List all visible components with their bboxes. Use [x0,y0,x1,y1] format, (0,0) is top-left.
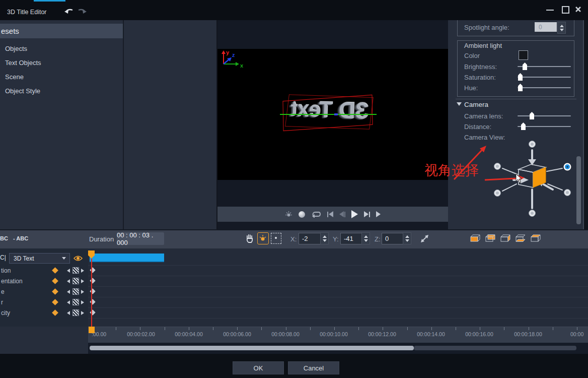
keyframe-enable-diamond[interactable] [52,309,58,316]
sphere-preview-icon[interactable] [299,211,305,218]
keyframe-enable-diamond[interactable] [52,267,58,274]
keyframe-interp-icon[interactable] [72,299,79,305]
timeline-scroll-strip [88,343,588,354]
3d-title-editor-window: 3D Title Editor esets Objects Text Objec… [0,0,588,378]
step-back-icon[interactable] [339,211,345,217]
hue-label: Hue: [464,84,478,92]
surface-side-icon[interactable] [500,234,512,243]
next-keyframe-icon[interactable] [81,290,84,294]
spotlight-angle-input[interactable]: 0 [535,22,557,32]
view-radio-bottom-right[interactable] [564,190,571,196]
close-button[interactable] [575,6,581,13]
play-button[interactable] [351,210,358,218]
ruler-label: 00:00:08.00 [271,331,299,337]
skip-end-icon[interactable] [376,211,381,217]
surface-back-icon[interactable] [485,234,497,243]
timeline-hscrollbar-thumb[interactable] [90,346,414,350]
y-input[interactable]: -41 [340,233,362,244]
z-label: Z: [375,235,381,243]
next-keyframe-icon[interactable] [81,311,84,315]
maximize-button[interactable] [562,6,569,14]
keyframe-interp-icon[interactable] [72,288,79,295]
camera-section-title[interactable]: Camera [464,101,488,108]
skip-start-icon[interactable] [327,211,333,217]
next-keyframe-icon[interactable] [81,300,84,304]
camera-view-widget[interactable] [482,134,588,221]
surface-top-icon[interactable] [530,234,542,243]
light-toggle-icon[interactable] [285,211,292,218]
sidebar-item-object-style[interactable]: Object Style [5,87,40,95]
ambient-color-swatch[interactable] [519,50,528,60]
view-radio-bottom-left[interactable] [494,190,501,197]
camera-lens-slider[interactable] [518,112,571,120]
distance-slider[interactable] [518,122,571,131]
playhead-ruler-marker[interactable] [89,327,95,333]
prev-keyframe-icon[interactable] [67,279,70,283]
y-stepper[interactable] [361,232,370,244]
next-keyframe-icon[interactable] [81,269,84,273]
camera-section-divider [456,99,576,99]
ruler-label: 00:00:12.00 [368,331,396,337]
view-radio-top[interactable] [529,141,536,148]
timeline-hscrollbar-track[interactable] [414,346,576,350]
keyframe-interp-icon[interactable] [72,309,79,316]
view-radio-bottom[interactable] [529,210,536,217]
hand-tool-icon[interactable] [245,233,254,243]
timeline-ruler[interactable]: :00.00 00:00:02.00 00:00:04.00 00:00:06.… [88,327,588,343]
light-tool-selected[interactable] [257,232,269,244]
add-text-button[interactable]: BC [0,235,8,241]
x-stepper[interactable] [320,232,329,244]
step-forward-icon[interactable] [364,211,370,217]
marquee-tool-icon[interactable] [271,233,281,244]
z-input[interactable]: 0 [382,233,404,244]
saturation-slider[interactable] [518,73,571,81]
layer-dropdown[interactable]: 3D Text [9,253,70,264]
visibility-eye-icon[interactable] [73,255,83,262]
sidebar-item-objects[interactable]: Objects [5,45,27,52]
track-row-color[interactable]: r [0,297,88,307]
spotlight-angle-stepper[interactable] [557,22,566,34]
ruler-label: 00:00:10.00 [320,331,347,337]
remove-text-button[interactable]: - ABC [13,235,28,241]
track-row-scale[interactable]: e [0,286,88,297]
cancel-button[interactable]: Cancel [288,361,339,374]
view-radio-left[interactable] [494,163,501,170]
prev-keyframe-icon[interactable] [67,300,70,304]
sidebar-header[interactable]: esets [0,24,123,38]
x-input[interactable]: -2 [299,233,321,244]
prev-keyframe-icon[interactable] [67,290,70,294]
preview-3d-text-object[interactable]: 3D Text [282,94,374,132]
track-row-position[interactable]: tion [0,265,88,276]
loop-icon[interactable] [311,211,321,218]
camera-collapse-caret-icon[interactable] [457,102,462,106]
clip-bar[interactable] [90,254,164,262]
brightness-label: Brightness: [464,63,497,71]
keyframe-enable-diamond[interactable] [52,278,58,284]
chevron-down-icon [62,257,66,260]
brightness-slider[interactable] [518,62,571,71]
clip-name-fragment: C| [0,254,6,261]
z-stepper[interactable] [403,232,411,244]
prev-keyframe-icon[interactable] [67,311,70,315]
minimize-button[interactable] [546,10,554,11]
surface-bevel-icon[interactable] [515,234,527,243]
view-radio-right-selected[interactable] [564,163,571,171]
undo-icon[interactable] [64,7,74,15]
hue-slider[interactable] [518,84,571,92]
keyframe-enable-diamond[interactable] [52,299,58,305]
swap-axes-icon[interactable] [420,234,429,243]
settings-scrollbar-thumb[interactable] [576,156,581,224]
keyframe-enable-diamond[interactable] [52,288,58,295]
surface-front-icon[interactable] [470,234,482,243]
ok-button[interactable]: OK [233,361,284,374]
sidebar-item-scene[interactable]: Scene [5,73,24,81]
track-row-opacity[interactable]: city [0,307,88,318]
redo-icon[interactable] [77,7,87,15]
sidebar-item-text-objects[interactable]: Text Objects [5,59,41,67]
keyframe-interp-icon[interactable] [72,267,79,274]
next-keyframe-icon[interactable] [81,279,84,283]
duration-value[interactable]: 00 : 00 : 03 . 000 [117,232,164,245]
prev-keyframe-icon[interactable] [67,269,70,273]
track-row-orientation[interactable]: entation [0,276,88,286]
keyframe-interp-icon[interactable] [72,278,79,284]
